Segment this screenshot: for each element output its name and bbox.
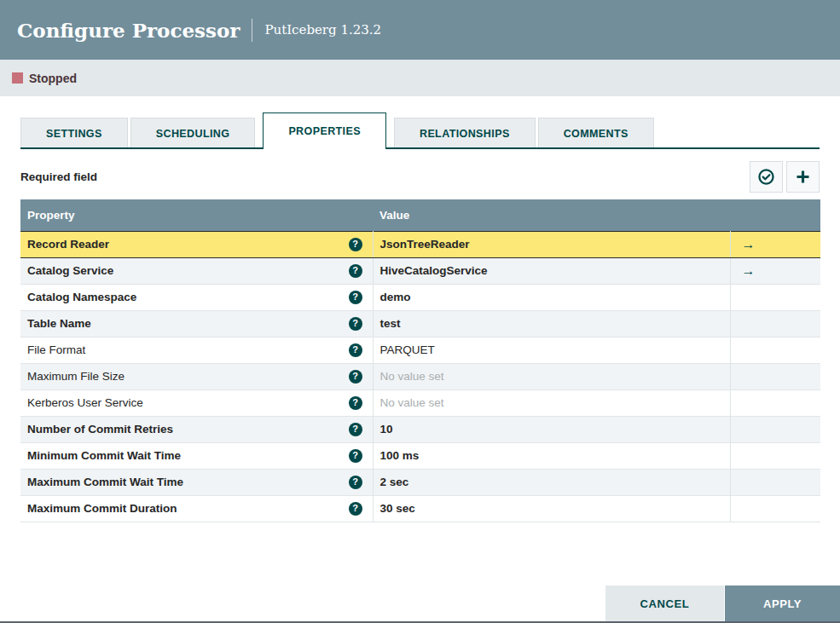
property-value: HiveCatalogService [380, 264, 488, 277]
property-value-cell[interactable]: test [373, 310, 730, 337]
property-column-header: Property [20, 199, 373, 231]
help-icon[interactable]: ? [349, 291, 362, 304]
property-value-cell[interactable]: 10 [373, 416, 730, 442]
goto-service-cell: → [730, 231, 820, 257]
goto-service-cell [730, 337, 820, 363]
cancel-button[interactable]: CANCEL [605, 586, 724, 621]
property-value-cell[interactable]: 100 ms [373, 442, 730, 469]
property-row[interactable]: Record Reader?JsonTreeReader→ [20, 231, 820, 257]
property-name: Table Name [27, 317, 91, 330]
add-property-button[interactable] [786, 161, 820, 193]
property-name: Record Reader [27, 238, 109, 251]
property-value-cell[interactable]: JsonTreeReader [373, 231, 730, 257]
property-name: File Format [27, 343, 85, 356]
property-name-cell: Minimum Commit Wait Time? [20, 442, 373, 469]
help-icon[interactable]: ? [349, 317, 362, 331]
dialog-header: Configure Processor PutIceberg 1.23.2 [0, 0, 840, 60]
goto-service-cell [730, 389, 820, 416]
help-icon[interactable]: ? [349, 502, 362, 516]
verify-properties-button[interactable] [750, 161, 783, 193]
properties-toolbar: Required field [20, 160, 820, 193]
help-icon[interactable]: ? [349, 476, 362, 489]
configure-processor-dialog: Configure Processor PutIceberg 1.23.2 St… [0, 0, 840, 623]
property-value-cell[interactable]: No value set [373, 363, 730, 389]
property-value-cell[interactable]: 30 sec [373, 495, 730, 522]
help-icon[interactable]: ? [349, 238, 362, 251]
value-column-header: Value [373, 199, 730, 231]
dialog-footer: CANCEL APPLY [605, 586, 840, 621]
goto-column-header [730, 199, 820, 231]
status-label: Stopped [29, 72, 77, 85]
required-field-label: Required field [20, 170, 97, 183]
property-row[interactable]: Maximum Commit Wait Time?2 sec [20, 469, 820, 495]
property-value-cell[interactable]: HiveCatalogService [373, 257, 730, 284]
properties-table: Property Value Record Reader?JsonTreeRea… [20, 199, 820, 522]
property-row[interactable]: Kerberos User Service?No value set [20, 389, 820, 416]
dialog-title: Configure Processor [17, 19, 240, 42]
goto-service-arrow-icon[interactable]: → [742, 264, 756, 278]
tab-bar: SETTINGSSCHEDULINGPROPERTIESRELATIONSHIP… [20, 115, 820, 149]
property-row[interactable]: Minimum Commit Wait Time?100 ms [20, 442, 820, 469]
goto-service-cell [730, 284, 820, 310]
property-name-cell: Maximum Commit Duration? [20, 495, 373, 522]
tab-scheduling[interactable]: SCHEDULING [130, 118, 256, 149]
property-value: 30 sec [380, 502, 415, 515]
property-name: Maximum Commit Wait Time [27, 476, 183, 488]
help-icon[interactable]: ? [349, 370, 362, 384]
property-row[interactable]: Table Name?test [20, 310, 820, 337]
goto-service-cell [730, 310, 820, 337]
property-value: test [380, 317, 401, 330]
properties-table-body: Record Reader?JsonTreeReader→Catalog Ser… [20, 231, 820, 522]
goto-service-cell [730, 416, 820, 442]
property-value-cell[interactable]: No value set [373, 389, 730, 416]
table-header-row: Property Value [20, 199, 820, 231]
property-value-cell[interactable]: demo [373, 284, 730, 310]
help-icon[interactable]: ? [349, 264, 362, 278]
processor-name-version: PutIceberg 1.23.2 [264, 22, 381, 37]
property-name: Catalog Namespace [27, 291, 136, 303]
property-row[interactable]: Maximum File Size?No value set [20, 363, 820, 389]
plus-icon [794, 168, 812, 186]
tab-relationships[interactable]: RELATIONSHIPS [394, 118, 536, 149]
goto-service-arrow-icon[interactable]: → [742, 238, 756, 251]
property-value-cell[interactable]: 2 sec [373, 469, 730, 495]
property-name: Maximum Commit Duration [27, 502, 177, 515]
help-icon[interactable]: ? [349, 423, 362, 436]
property-name-cell: Catalog Namespace? [20, 284, 373, 310]
tab-comments[interactable]: COMMENTS [538, 118, 654, 149]
goto-service-cell [730, 469, 820, 495]
apply-button[interactable]: APPLY [725, 586, 840, 621]
check-circle-icon [757, 168, 775, 186]
help-icon[interactable]: ? [349, 449, 362, 463]
property-value-cell[interactable]: PARQUET [373, 337, 730, 363]
property-name: Kerberos User Service [27, 396, 143, 409]
dialog-content: SETTINGSSCHEDULINGPROPERTIESRELATIONSHIP… [0, 96, 840, 522]
property-name-cell: Number of Commit Retries? [20, 416, 373, 442]
toolbar-buttons [746, 161, 820, 193]
title-divider [252, 19, 252, 42]
tab-settings[interactable]: SETTINGS [20, 118, 128, 149]
property-name: Catalog Service [27, 264, 113, 277]
property-value: PARQUET [380, 343, 435, 356]
stopped-state-icon [12, 72, 23, 84]
property-row[interactable]: File Format?PARQUET [20, 337, 820, 363]
property-row[interactable]: Catalog Namespace?demo [20, 284, 820, 310]
goto-service-cell [730, 442, 820, 469]
status-bar: Stopped [0, 60, 840, 96]
property-name-cell: Catalog Service? [20, 257, 373, 284]
property-value: No value set [380, 370, 444, 383]
property-name-cell: Maximum Commit Wait Time? [20, 469, 373, 495]
property-value: JsonTreeReader [380, 238, 470, 251]
property-name: Maximum File Size [27, 370, 125, 383]
property-name-cell: Maximum File Size? [20, 363, 373, 389]
property-value: 10 [380, 423, 393, 436]
help-icon[interactable]: ? [349, 343, 362, 357]
help-icon[interactable]: ? [349, 396, 362, 410]
property-row[interactable]: Number of Commit Retries?10 [20, 416, 820, 442]
property-row[interactable]: Catalog Service?HiveCatalogService→ [20, 257, 820, 284]
property-name-cell: Kerberos User Service? [20, 389, 373, 416]
goto-service-cell [730, 495, 820, 522]
property-name-cell: Record Reader? [20, 231, 373, 257]
property-row[interactable]: Maximum Commit Duration?30 sec [20, 495, 820, 522]
tab-properties[interactable]: PROPERTIES [263, 112, 386, 149]
